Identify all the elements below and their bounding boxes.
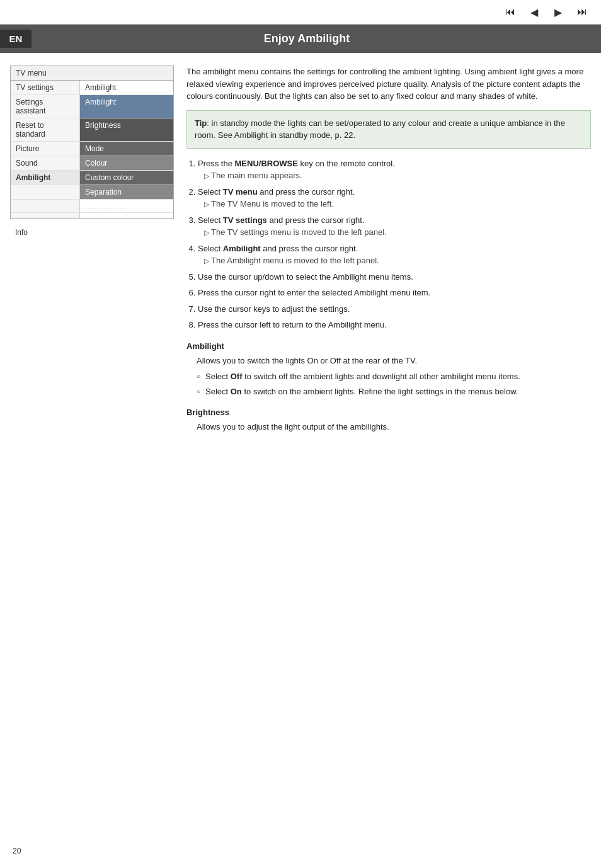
page-number: 20 [13,847,21,855]
step4-bold: Ambilight [223,244,261,253]
ambilight-bullet-list: Select Off to switch off the ambient lig… [197,370,591,397]
tv-menu-row: ............. [11,200,173,213]
list-item: Select TV menu and press the cursor righ… [198,186,591,210]
tv-menu-empty-left [11,213,80,218]
steps-list: Press the MENU/BROWSE key on the remote … [198,157,591,331]
tv-menu-right-colour[interactable]: Colour [80,156,173,170]
forward-button[interactable]: ▶ [549,5,567,19]
tv-menu-left-reset[interactable]: Reset to standard [11,118,80,141]
tv-menu-right-custom-colour[interactable]: Custom colour [80,171,173,185]
skip-back-button[interactable]: ⏮ [501,5,519,19]
intro-text: The ambilight menu contains the settings… [186,66,591,103]
tv-menu-empty-row [11,213,173,219]
tv-menu-left-empty2 [11,200,80,212]
tv-menu-right-dots: ............. [80,200,173,212]
step4-sub: The Ambilight menu is moved to the left … [204,254,591,267]
tv-menu-left-picture[interactable]: Picture [11,142,80,156]
tv-menu-left-settings-assistant[interactable]: Settings assistant [11,95,80,118]
tv-menu-row: Ambilight Custom colour [11,171,173,185]
tv-menu-right-ambilight-highlight[interactable]: Ambilight [80,95,173,118]
list-item: Press the cursor right to enter the sele… [198,287,591,299]
list-item: Select On to switch on the ambient light… [197,385,591,398]
tv-menu-empty-right [80,213,173,218]
tv-menu-right-separation[interactable]: Separation [80,185,173,199]
list-item: Select TV settings and press the cursor … [198,214,591,239]
tv-menu-right-brightness[interactable]: Brightness [80,118,173,141]
tv-menu-row: Settings assistant Ambilight [11,95,173,118]
tip-text: : in standby mode the lights can be set/… [195,118,565,140]
ambilight-section-heading: Ambilight [186,341,591,351]
tv-menu-left-sound[interactable]: Sound [11,156,80,170]
tv-menu-left-tv-settings[interactable]: TV settings [11,81,80,94]
tip-box: Tip: in standby mode the lights can be s… [186,110,591,149]
tv-menu-row: Reset to standard Brightness [11,118,173,142]
tv-menu-right-ambilight[interactable]: Ambilight [80,81,173,94]
tv-menu-title: TV menu [11,66,173,81]
list-item: Use the cursor keys to adjust the settin… [198,303,591,316]
list-item: Select Off to switch off the ambient lig… [197,370,591,383]
step3-sub: The TV settings menu is moved to the lef… [204,226,591,239]
list-item: Press the MENU/BROWSE key on the remote … [198,157,591,182]
step2-sub: The TV Menu is moved to the left. [204,198,591,210]
brightness-section-body: Allows you to adjust the light output of… [197,421,591,433]
tv-menu-row: Picture Mode [11,142,173,156]
language-label: EN [0,30,31,48]
page-title: Enjoy Ambilight [31,32,601,45]
tv-menu-right-mode[interactable]: Mode [80,142,173,156]
tv-menu-box: TV menu TV settings Ambilight Settings a… [10,66,174,219]
brightness-section-heading: Brightness [186,408,591,417]
list-item: Use the cursor up/down to select the Amb… [198,271,591,283]
tv-menu-left-ambilight[interactable]: Ambilight [11,171,80,185]
tv-menu-row: Sound Colour [11,156,173,171]
tv-menu-left-empty1 [11,185,80,199]
list-item: Select Ambilight and press the cursor ri… [198,243,591,267]
left-panel: TV menu TV settings Ambilight Settings a… [10,66,174,437]
step1-bold: MENU/BROWSE [235,159,298,168]
step3-bold: TV settings [223,215,267,225]
step2-bold: TV menu [223,187,258,197]
back-button[interactable]: ◀ [525,5,543,19]
step1-sub: The main menu appears. [204,169,591,182]
info-label: Info [10,226,174,239]
header-bar: EN Enjoy Ambilight [0,25,601,53]
right-panel: The ambilight menu contains the settings… [186,66,591,437]
main-content: TV menu TV settings Ambilight Settings a… [0,53,601,450]
list-item: Press the cursor left to return to the A… [198,319,591,331]
top-navigation: ⏮ ◀ ▶ ⏭ [0,0,601,25]
skip-forward-button[interactable]: ⏭ [573,5,591,19]
tip-label: Tip [195,118,207,128]
tv-menu-row: TV settings Ambilight [11,81,173,95]
ambilight-section-body: Allows you to switch the lights On or Of… [197,355,591,367]
tv-menu-row: Separation [11,185,173,200]
